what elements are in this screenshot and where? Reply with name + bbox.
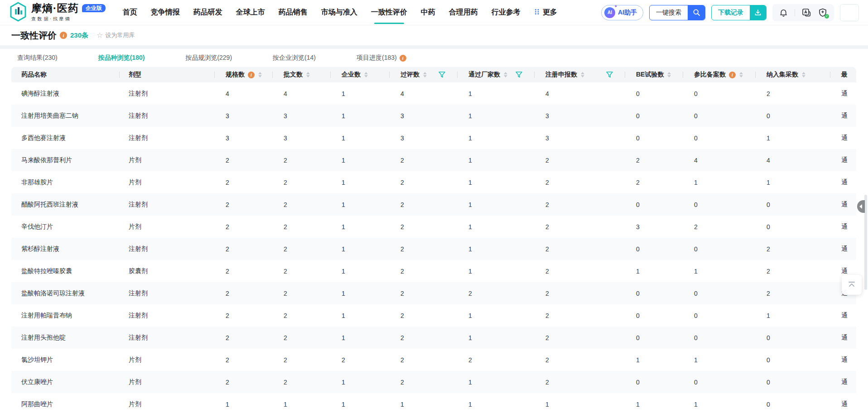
nav-item-6[interactable]: 一致性评价	[371, 0, 407, 25]
cell-link-centralized-procurement-count[interactable]: 1	[767, 134, 770, 142]
avatar-placeholder[interactable]	[840, 4, 859, 21]
cell-link-passed-manufacturer-count[interactable]: 1	[468, 90, 472, 97]
cell-link-passed-manufacturer-count[interactable]: 1	[468, 334, 472, 341]
column-header-spec-count[interactable]: 规格数i	[214, 67, 272, 82]
cell-link-reference-filing-count[interactable]: 0	[694, 201, 698, 208]
security-shield-icon[interactable]: ✓	[818, 8, 828, 18]
sort-icon[interactable]	[802, 72, 805, 77]
cell-link-reference-filing-count[interactable]: 0	[694, 334, 698, 341]
title-info-icon[interactable]: i	[60, 32, 67, 39]
column-header-be-trial-count[interactable]: BE试验数	[625, 67, 683, 82]
column-header-dosage-form[interactable]: 剂型	[119, 67, 214, 82]
cell-link-be-trial-count[interactable]: 0	[636, 379, 640, 386]
cell-link-approval-count[interactable]: 2	[284, 223, 287, 231]
cell-link-centralized-procurement-count[interactable]: 1	[767, 179, 770, 186]
cell-link-registration-count[interactable]: 2	[545, 223, 549, 231]
column-header-registration-count[interactable]: 注册申报数	[534, 67, 625, 82]
cell-link-registration-count[interactable]: 2	[545, 334, 549, 341]
sort-icon[interactable]	[423, 72, 427, 77]
cell-link-registration-count[interactable]: 2	[545, 245, 549, 253]
cell-link-registration-count[interactable]: 2	[545, 290, 549, 297]
back-to-top-button[interactable]	[842, 275, 862, 295]
cell-link-registration-count[interactable]: 2	[545, 157, 549, 164]
cell-link-passed-manufacturer-count[interactable]: 1	[468, 179, 472, 186]
cell-link-approval-count[interactable]: 2	[284, 290, 287, 297]
cell-link-centralized-procurement-count[interactable]: 0	[767, 201, 770, 208]
cell-link-reference-filing-count[interactable]: 1	[694, 401, 698, 408]
tab-1[interactable]: 按品种浏览(180)	[98, 54, 145, 62]
cell-link-centralized-procurement-count[interactable]: 1	[767, 312, 770, 319]
nav-item-4[interactable]: 药品销售	[279, 0, 308, 25]
cell-link-centralized-procurement-count[interactable]: 0	[767, 223, 770, 231]
cell-link-registration-count[interactable]: 4	[545, 90, 549, 97]
cell-link-passed-manufacturer-count[interactable]: 2	[468, 356, 472, 364]
column-header-centralized-procurement-count[interactable]: 纳入集采数	[755, 67, 830, 82]
nav-item-5[interactable]: 市场与准入	[321, 0, 357, 25]
column-header-last-truncated[interactable]: 最	[830, 67, 856, 82]
column-header-reference-filing-count[interactable]: 参比备案数i	[683, 67, 755, 82]
tab-3[interactable]: 按企业浏览(14)	[273, 54, 316, 62]
cell-link-centralized-procurement-count[interactable]: 0	[767, 334, 770, 341]
cell-link-be-trial-count[interactable]: 2	[636, 179, 640, 186]
cell-link-approval-count[interactable]: 2	[284, 356, 287, 364]
cell-link-reference-filing-count[interactable]: 0	[694, 112, 698, 120]
nav-item-2[interactable]: 药品研发	[193, 0, 222, 25]
cell-link-passed-manufacturer-count[interactable]: 1	[468, 201, 472, 208]
cell-link-be-trial-count[interactable]: 0	[636, 112, 640, 120]
cell-link-passed-manufacturer-count[interactable]: 1	[468, 157, 472, 164]
column-header-company-count[interactable]: 企业数	[330, 67, 389, 82]
cell-link-be-trial-count[interactable]: 0	[636, 245, 640, 253]
column-header-drug-name[interactable]: 药品名称	[11, 67, 119, 82]
cell-link-centralized-procurement-count[interactable]: 2	[767, 90, 770, 97]
cell-link-registration-count[interactable]: 2	[545, 379, 549, 386]
cell-link-reference-filing-count[interactable]: 1	[694, 179, 698, 186]
cell-link-registration-count[interactable]: 2	[545, 268, 549, 275]
column-info-icon[interactable]: i	[729, 72, 736, 78]
cell-link-centralized-procurement-count[interactable]: 0	[767, 356, 770, 364]
cell-link-centralized-procurement-count[interactable]: 0	[767, 401, 770, 408]
cell-link-passed-manufacturer-count[interactable]: 2	[468, 290, 472, 297]
tab-0[interactable]: 查询结果(230)	[17, 54, 58, 62]
download-icon[interactable]	[750, 5, 766, 20]
cell-link-centralized-procurement-count[interactable]: 0	[767, 112, 770, 120]
cell-link-be-trial-count[interactable]: 0	[636, 312, 640, 319]
cell-link-reference-filing-count[interactable]: 0	[694, 134, 698, 142]
cell-link-be-trial-count[interactable]: 3	[636, 223, 640, 231]
nav-item-3[interactable]: 全球上市	[236, 0, 265, 25]
sort-icon[interactable]	[581, 72, 584, 77]
cell-link-approval-count[interactable]: 2	[284, 334, 287, 341]
cell-link-be-trial-count[interactable]: 1	[636, 356, 640, 364]
cell-link-centralized-procurement-count[interactable]: 4	[767, 157, 770, 164]
sort-icon[interactable]	[739, 72, 743, 77]
brand-logo[interactable]: 摩熵·医药 企业版 查数据·找摩熵	[9, 2, 106, 24]
cell-link-be-trial-count[interactable]: 0	[636, 290, 640, 297]
cell-link-centralized-procurement-count[interactable]: 2	[767, 268, 770, 275]
cell-link-be-trial-count[interactable]: 1	[636, 268, 640, 275]
nav-item-8[interactable]: 合理用药	[449, 0, 478, 25]
cell-link-reference-filing-count[interactable]: 1	[694, 268, 698, 275]
cell-link-reference-filing-count[interactable]: 0	[694, 90, 698, 97]
translate-chat-icon[interactable]	[801, 8, 811, 18]
ai-assistant-button[interactable]: AI AI助手	[601, 5, 643, 20]
cell-link-be-trial-count[interactable]: 0	[636, 334, 640, 341]
cell-link-passed-manufacturer-count[interactable]: 1	[468, 312, 472, 319]
cell-link-approval-count[interactable]: 2	[284, 312, 287, 319]
set-favorite-button[interactable]: ☆ 设为常用库	[96, 31, 135, 39]
quick-search-button[interactable]: 一键搜索	[649, 5, 705, 20]
cell-link-be-trial-count[interactable]: 1	[636, 401, 640, 408]
tab-4[interactable]: 项目进度(183)i	[357, 54, 406, 62]
sort-icon[interactable]	[258, 72, 262, 77]
cell-link-reference-filing-count[interactable]: 0	[694, 379, 698, 386]
cell-link-be-trial-count[interactable]: 0	[636, 134, 640, 142]
cell-link-reference-filing-count[interactable]: 0	[694, 312, 698, 319]
cell-link-approval-count[interactable]: 2	[284, 157, 287, 164]
cell-link-approval-count[interactable]: 2	[284, 379, 287, 386]
column-header-approval-count[interactable]: 批文数	[272, 67, 330, 82]
cell-link-passed-manufacturer-count[interactable]: 1	[468, 379, 472, 386]
cell-link-approval-count[interactable]: 3	[284, 134, 287, 142]
cell-link-approval-count[interactable]: 2	[284, 268, 287, 275]
nav-item-7[interactable]: 中药	[421, 0, 435, 25]
cell-link-reference-filing-count[interactable]: 4	[694, 157, 698, 164]
filter-funnel-icon[interactable]	[439, 72, 445, 78]
nav-item-9[interactable]: 行业参考	[492, 0, 521, 25]
